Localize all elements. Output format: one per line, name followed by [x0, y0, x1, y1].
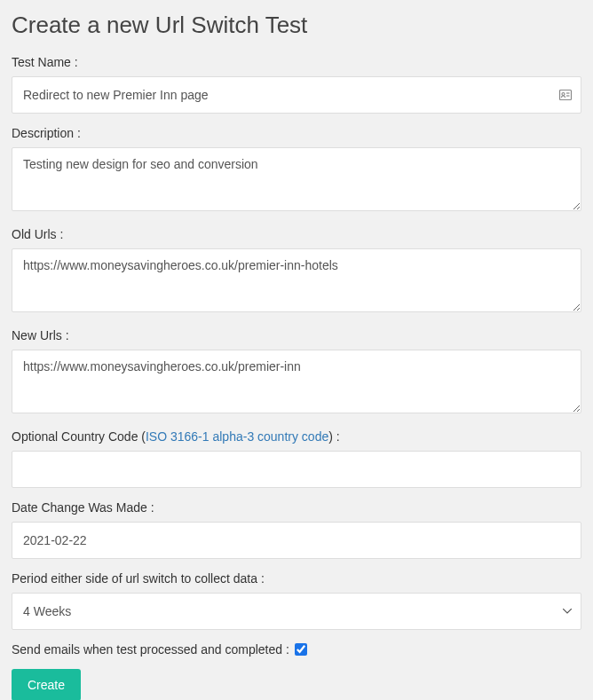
old-urls-label: Old Urls :: [12, 227, 581, 241]
create-button[interactable]: Create: [12, 669, 81, 700]
date-change-label: Date Change Was Made :: [12, 500, 581, 515]
country-code-label-pre: Optional Country Code (: [12, 429, 146, 444]
period-label: Period either side of url switch to coll…: [12, 571, 581, 586]
test-name-input[interactable]: [12, 76, 581, 114]
country-code-input[interactable]: [12, 451, 581, 488]
old-urls-textarea[interactable]: https://www.moneysavingheroes.co.uk/prem…: [12, 248, 581, 312]
new-urls-label: New Urls :: [12, 328, 581, 342]
date-change-input[interactable]: [12, 522, 581, 559]
test-name-label: Test Name :: [12, 55, 581, 69]
new-urls-textarea[interactable]: https://www.moneysavingheroes.co.uk/prem…: [12, 350, 581, 413]
send-emails-checkbox[interactable]: [295, 643, 307, 656]
iso-link[interactable]: ISO 3166-1 alpha-3 country code: [146, 429, 328, 444]
send-emails-label: Send emails when test processed and comp…: [12, 642, 289, 657]
country-code-label-post: ) :: [328, 429, 339, 444]
period-select[interactable]: 4 Weeks: [12, 593, 581, 630]
description-label: Description :: [12, 126, 581, 140]
country-code-label: Optional Country Code (ISO 3166-1 alpha-…: [12, 429, 581, 444]
description-textarea[interactable]: Testing new design for seo and conversio…: [12, 147, 581, 211]
page-title: Create a new Url Switch Test: [12, 12, 581, 39]
